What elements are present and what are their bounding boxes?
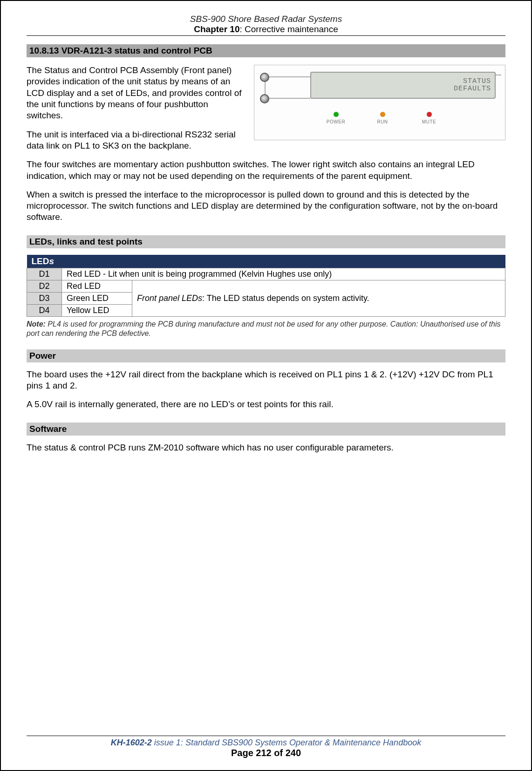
section-heading: 10.8.13 VDR-A121-3 status and control PC… [27, 44, 505, 57]
table-header: LEDs [27, 255, 505, 268]
subsection-heading-software: Software [27, 423, 505, 436]
screw-icon [260, 73, 269, 82]
screw-icon [260, 94, 269, 103]
table-header-suffix: s [49, 256, 55, 266]
led-id: D2 [27, 280, 62, 292]
paragraph: The unit is interfaced via a bi-directio… [27, 129, 246, 152]
paragraph: The board uses the +12V rail direct from… [27, 369, 505, 392]
led-label: POWER [327, 119, 345, 124]
intro-text-column: The Status and Control PCB Assembly (Fro… [27, 65, 246, 151]
merged-note-prefix: Front panel LEDs [137, 293, 202, 303]
footer-page-number: Page 212 of 240 [27, 748, 505, 758]
figure-line [265, 98, 310, 99]
paragraph: A 5.0V rail is internally generated, the… [27, 399, 505, 410]
led-icon [380, 112, 385, 117]
led-desc: Yellow LED [62, 304, 132, 316]
led-label: MUTE [422, 119, 436, 124]
footer-doc-line: KH-1602-2 issue 1: Standard SBS900 Syste… [27, 738, 505, 748]
led-icon [427, 112, 432, 117]
figure-line [265, 76, 310, 77]
led-desc: Red LED - Lit when unit is being program… [62, 268, 505, 280]
led-desc: Green LED [62, 292, 132, 304]
led-table: LEDs D1 Red LED - Lit when unit is being… [27, 255, 505, 317]
led-label: RUN [377, 119, 388, 124]
paragraph: When a switch is pressed the interface t… [27, 189, 505, 223]
paragraph: The Status and Control PCB Assembly (Fro… [27, 65, 246, 122]
table-row: D1 Red LED - Lit when unit is being prog… [27, 268, 505, 280]
subsection-heading-leds: LEDs, links and test points [27, 235, 505, 248]
page-header: SBS-900 Shore Based Radar Systems Chapte… [27, 14, 505, 36]
intro-row: The Status and Control PCB Assembly (Fro… [27, 65, 505, 151]
merged-note-rest: : The LED status depends on system activ… [202, 293, 369, 303]
led-id: D1 [27, 268, 62, 280]
note-body: PL4 is used for programming the PCB duri… [27, 320, 500, 337]
pcb-figure: STATUS DEFAULTS POWER RUN MUTE [254, 65, 505, 140]
page: SBS-900 Shore Based Radar Systems Chapte… [0, 0, 532, 771]
table-header-prefix: LED [32, 256, 49, 266]
note-text: Note: PL4 is used for programming the PC… [27, 320, 505, 338]
chapter-label: Chapter 10 [194, 24, 239, 34]
lcd-display: STATUS DEFAULTS [310, 72, 496, 99]
chapter-line: Chapter 10: Corrective maintenance [27, 24, 505, 34]
led-merged-note: Front panel LEDs: The LED status depends… [132, 280, 505, 316]
page-footer: KH-1602-2 issue 1: Standard SBS900 Syste… [27, 736, 505, 758]
doc-title: SBS-900 Shore Based Radar Systems [27, 14, 505, 24]
led-desc: Red LED [62, 280, 132, 292]
lcd-line1: STATUS [463, 78, 491, 86]
table-row: D2 Red LED Front panel LEDs: The LED sta… [27, 280, 505, 292]
figure-line [496, 75, 501, 75]
table-header-row: LEDs [27, 255, 505, 268]
paragraph: The four switches are momentary action p… [27, 159, 505, 182]
led-icon [334, 112, 339, 117]
led-id: D3 [27, 292, 62, 304]
lcd-line2: DEFAULTS [454, 85, 491, 93]
chapter-title: : Corrective maintenance [239, 24, 338, 34]
paragraph: The status & control PCB runs ZM-2010 so… [27, 442, 505, 453]
footer-doc-rest: issue 1: Standard SBS900 Systems Operato… [152, 738, 421, 747]
subsection-heading-power: Power [27, 349, 505, 362]
led-id: D4 [27, 304, 62, 316]
footer-doc-code: KH-1602-2 [111, 738, 152, 747]
note-label: Note: [27, 320, 46, 328]
